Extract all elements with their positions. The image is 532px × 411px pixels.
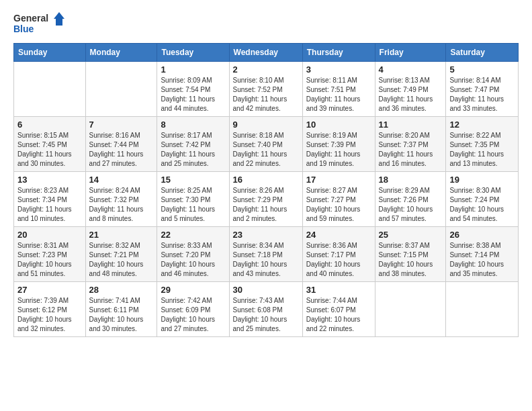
day-number: 23 [233,230,299,240]
day-info: Sunrise: 8:33 AM Sunset: 7:20 PM Dayligh… [161,241,225,279]
day-number: 1 [161,64,225,75]
day-number: 15 [161,175,225,185]
calendar-cell: 30Sunrise: 7:43 AM Sunset: 6:08 PM Dayli… [229,282,302,337]
calendar-cell: 3Sunrise: 8:11 AM Sunset: 7:51 PM Daylig… [302,62,375,117]
day-info: Sunrise: 8:36 AM Sunset: 7:17 PM Dayligh… [306,241,371,279]
day-number: 26 [449,230,515,240]
calendar-cell: 29Sunrise: 7:42 AM Sunset: 6:09 PM Dayli… [157,282,229,337]
day-info: Sunrise: 8:18 AM Sunset: 7:40 PM Dayligh… [233,131,299,169]
day-number: 7 [89,120,154,130]
calendar-cell: 10Sunrise: 8:19 AM Sunset: 7:39 PM Dayli… [302,117,375,172]
header: General Blue [13,11,519,38]
day-number: 22 [161,230,225,240]
day-info: Sunrise: 7:43 AM Sunset: 6:08 PM Dayligh… [233,296,299,334]
calendar-week-3: 13Sunrise: 8:23 AM Sunset: 7:34 PM Dayli… [14,172,519,227]
day-info: Sunrise: 8:24 AM Sunset: 7:32 PM Dayligh… [89,186,154,224]
day-number: 28 [89,285,154,295]
calendar-cell: 16Sunrise: 8:26 AM Sunset: 7:29 PM Dayli… [229,172,302,227]
day-info: Sunrise: 8:09 AM Sunset: 7:54 PM Dayligh… [161,76,225,113]
day-info: Sunrise: 8:29 AM Sunset: 7:26 PM Dayligh… [379,186,443,224]
day-number: 8 [161,120,225,130]
day-info: Sunrise: 8:14 AM Sunset: 7:47 PM Dayligh… [449,76,515,113]
svg-marker-2 [54,12,64,26]
day-number: 2 [233,64,299,75]
day-info: Sunrise: 8:11 AM Sunset: 7:51 PM Dayligh… [306,76,371,113]
calendar-cell: 17Sunrise: 8:27 AM Sunset: 7:27 PM Dayli… [302,172,375,227]
calendar-cell: 11Sunrise: 8:20 AM Sunset: 7:37 PM Dayli… [375,117,446,172]
day-number: 10 [306,120,371,130]
day-number: 18 [379,175,443,185]
day-info: Sunrise: 8:22 AM Sunset: 7:35 PM Dayligh… [449,131,515,169]
day-info: Sunrise: 8:30 AM Sunset: 7:24 PM Dayligh… [449,186,515,224]
day-number: 20 [17,230,82,240]
calendar-cell: 13Sunrise: 8:23 AM Sunset: 7:34 PM Dayli… [14,172,86,227]
calendar-week-5: 27Sunrise: 7:39 AM Sunset: 6:12 PM Dayli… [14,282,519,337]
day-number: 16 [233,175,299,185]
calendar-cell: 26Sunrise: 8:38 AM Sunset: 7:14 PM Dayli… [446,227,519,282]
calendar-week-4: 20Sunrise: 8:31 AM Sunset: 7:23 PM Dayli… [14,227,519,282]
day-number: 5 [449,64,515,75]
logo-svg: General Blue [13,11,67,38]
calendar-cell: 28Sunrise: 7:41 AM Sunset: 6:11 PM Dayli… [85,282,157,337]
day-info: Sunrise: 8:27 AM Sunset: 7:27 PM Dayligh… [306,186,371,224]
calendar-header-monday: Monday [85,44,157,62]
calendar-cell: 4Sunrise: 8:13 AM Sunset: 7:49 PM Daylig… [375,62,446,117]
calendar-cell: 31Sunrise: 7:44 AM Sunset: 6:07 PM Dayli… [302,282,375,337]
calendar-header-sunday: Sunday [14,44,86,62]
calendar-cell: 8Sunrise: 8:17 AM Sunset: 7:42 PM Daylig… [157,117,229,172]
calendar-header-row: SundayMondayTuesdayWednesdayThursdayFrid… [14,44,519,62]
calendar-header-tuesday: Tuesday [157,44,229,62]
day-number: 12 [449,120,515,130]
day-number: 24 [306,230,371,240]
calendar-cell: 21Sunrise: 8:32 AM Sunset: 7:21 PM Dayli… [85,227,157,282]
day-number: 9 [233,120,299,130]
day-info: Sunrise: 8:38 AM Sunset: 7:14 PM Dayligh… [449,241,515,279]
calendar-cell: 20Sunrise: 8:31 AM Sunset: 7:23 PM Dayli… [14,227,86,282]
calendar-cell: 1Sunrise: 8:09 AM Sunset: 7:54 PM Daylig… [157,62,229,117]
day-info: Sunrise: 8:26 AM Sunset: 7:29 PM Dayligh… [233,186,299,224]
day-info: Sunrise: 7:44 AM Sunset: 6:07 PM Dayligh… [306,296,371,334]
calendar-cell [85,62,157,117]
day-info: Sunrise: 8:37 AM Sunset: 7:15 PM Dayligh… [379,241,443,279]
calendar-cell: 2Sunrise: 8:10 AM Sunset: 7:52 PM Daylig… [229,62,302,117]
day-info: Sunrise: 7:42 AM Sunset: 6:09 PM Dayligh… [161,296,225,334]
day-number: 27 [17,285,82,295]
calendar-week-1: 1Sunrise: 8:09 AM Sunset: 7:54 PM Daylig… [14,62,519,117]
day-info: Sunrise: 7:41 AM Sunset: 6:11 PM Dayligh… [89,296,154,334]
day-info: Sunrise: 8:34 AM Sunset: 7:18 PM Dayligh… [233,241,299,279]
day-info: Sunrise: 8:19 AM Sunset: 7:39 PM Dayligh… [306,131,371,169]
calendar-cell [446,282,519,337]
calendar-cell [14,62,86,117]
calendar-week-2: 6Sunrise: 8:15 AM Sunset: 7:45 PM Daylig… [14,117,519,172]
calendar-cell: 22Sunrise: 8:33 AM Sunset: 7:20 PM Dayli… [157,227,229,282]
calendar-cell: 24Sunrise: 8:36 AM Sunset: 7:17 PM Dayli… [302,227,375,282]
day-number: 21 [89,230,154,240]
day-number: 17 [306,175,371,185]
calendar-header-saturday: Saturday [446,44,519,62]
day-number: 6 [17,120,82,130]
calendar-cell: 5Sunrise: 8:14 AM Sunset: 7:47 PM Daylig… [446,62,519,117]
calendar-header-wednesday: Wednesday [229,44,302,62]
svg-text:General: General [13,13,48,24]
day-number: 30 [233,285,299,295]
calendar-cell: 25Sunrise: 8:37 AM Sunset: 7:15 PM Dayli… [375,227,446,282]
day-number: 11 [379,120,443,130]
day-info: Sunrise: 8:32 AM Sunset: 7:21 PM Dayligh… [89,241,154,279]
calendar-cell: 15Sunrise: 8:25 AM Sunset: 7:30 PM Dayli… [157,172,229,227]
day-info: Sunrise: 8:31 AM Sunset: 7:23 PM Dayligh… [17,241,82,279]
day-info: Sunrise: 8:23 AM Sunset: 7:34 PM Dayligh… [17,186,82,224]
day-number: 3 [306,64,371,75]
calendar-cell: 14Sunrise: 8:24 AM Sunset: 7:32 PM Dayli… [85,172,157,227]
day-number: 25 [379,230,443,240]
logo-area: General Blue [13,11,67,38]
calendar-cell [375,282,446,337]
day-info: Sunrise: 8:16 AM Sunset: 7:44 PM Dayligh… [89,131,154,169]
day-number: 31 [306,285,371,295]
day-number: 19 [449,175,515,185]
calendar-cell: 6Sunrise: 8:15 AM Sunset: 7:45 PM Daylig… [14,117,86,172]
calendar-header-friday: Friday [375,44,446,62]
day-number: 4 [379,64,443,75]
calendar-cell: 12Sunrise: 8:22 AM Sunset: 7:35 PM Dayli… [446,117,519,172]
calendar-cell: 9Sunrise: 8:18 AM Sunset: 7:40 PM Daylig… [229,117,302,172]
day-info: Sunrise: 8:13 AM Sunset: 7:49 PM Dayligh… [379,76,443,113]
